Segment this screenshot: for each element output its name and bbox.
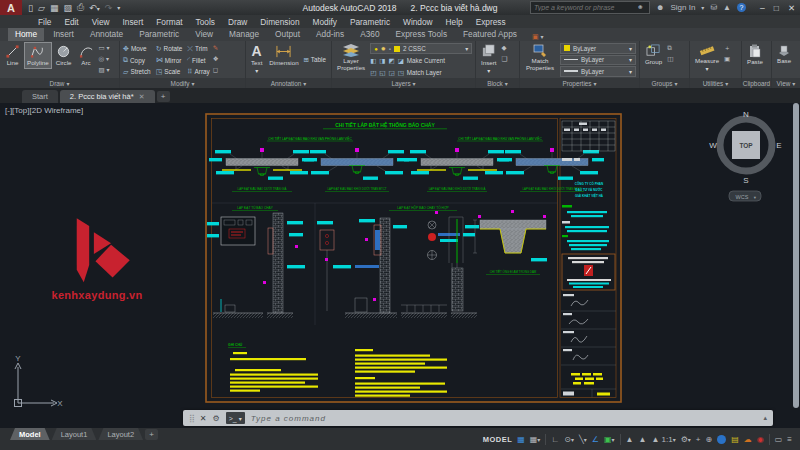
block-define-icon[interactable]: ❑ xyxy=(501,54,507,64)
ribbon-tab-parametric[interactable]: Parametric xyxy=(132,28,186,41)
circle-button[interactable]: Circle xyxy=(54,43,74,68)
graphics-performance-icon[interactable] xyxy=(717,435,726,444)
command-line[interactable]: ⣿ ✕ ⚙ >_ ▾ Type a command ▴ xyxy=(183,410,773,426)
viewport-controls[interactable]: [-][Top][2D Wireframe] xyxy=(5,106,83,115)
layout2-tab[interactable]: Layout2 xyxy=(98,428,143,440)
annotation-scale-icon[interactable]: ▲ 1:1▾ xyxy=(651,435,675,444)
ribbon-tab-insert[interactable]: Insert xyxy=(46,28,81,41)
menu-help[interactable]: Help xyxy=(446,17,463,27)
panel-block-footer[interactable]: Block▾ xyxy=(476,78,519,88)
save-icon[interactable]: ▦ xyxy=(50,3,59,13)
panel-modify-footer[interactable]: Modify▾ xyxy=(120,78,245,88)
layer-tool-icon-8[interactable]: ◳ xyxy=(398,69,404,77)
ribbon-tab-manage[interactable]: Manage xyxy=(222,28,266,41)
viewcube-east[interactable]: E xyxy=(776,141,781,150)
ellipse-tool-icon[interactable]: ◎ ▾ xyxy=(99,54,110,64)
menu-view[interactable]: View xyxy=(92,17,110,27)
menu-tools[interactable]: Tools xyxy=(196,17,215,27)
app-store-cart-icon[interactable]: ⛁ xyxy=(710,3,717,12)
id-point-icon[interactable]: ▣ xyxy=(724,54,731,64)
layer-tool-icon-6[interactable]: ◱ xyxy=(379,69,385,77)
rectangle-tool-icon[interactable]: ▭ ▾ xyxy=(99,43,110,53)
autoscale-icon[interactable]: ▲ xyxy=(638,435,646,444)
autodesk-360-icon[interactable]: ☁ xyxy=(744,435,752,444)
annotation-visibility-icon[interactable]: ▲ xyxy=(626,435,634,444)
ribbon-tab-home[interactable]: Home xyxy=(8,28,44,41)
scale-button[interactable]: ◳Scale xyxy=(156,68,183,76)
base-button[interactable]: Base xyxy=(775,43,793,66)
new-file-icon[interactable]: ▯ xyxy=(28,3,33,13)
clean-screen-icon[interactable]: ▭ xyxy=(775,435,783,444)
erase-icon[interactable]: ✎ xyxy=(213,43,219,53)
group-button[interactable]: Group xyxy=(643,43,664,67)
copy-button[interactable]: ⧉Copy xyxy=(123,56,151,64)
open-file-icon[interactable]: ▱ xyxy=(38,3,45,13)
new-layout-button[interactable]: + xyxy=(145,429,158,440)
menu-insert[interactable]: Insert xyxy=(123,17,144,27)
ribbon-tab-addins[interactable]: Add-ins xyxy=(309,28,351,41)
menu-file[interactable]: File xyxy=(38,17,51,27)
menu-dimension[interactable]: Dimension xyxy=(260,17,299,27)
trim-button[interactable]: ⤫Trim xyxy=(187,45,209,53)
group-edit-icon[interactable]: ◫ xyxy=(667,54,673,64)
layer-tool-icon-4[interactable]: ◪ xyxy=(398,57,404,65)
command-line-customize-icon[interactable]: ⚙ xyxy=(213,414,220,423)
block-edit-icon[interactable]: ◆ xyxy=(501,43,507,53)
panel-draw-footer[interactable]: Draw▾ xyxy=(0,78,119,88)
object-snap-icon[interactable]: ▣▾ xyxy=(604,435,615,444)
layer-tool-icon-1[interactable]: ◧ xyxy=(370,57,376,65)
close-button[interactable]: ✕ xyxy=(788,3,795,13)
vertical-scrollbar[interactable] xyxy=(793,103,799,408)
menu-parametric[interactable]: Parametric xyxy=(350,17,390,27)
sign-in-button[interactable]: Sign In xyxy=(670,3,695,12)
ungroup-icon[interactable]: ⧉ xyxy=(667,43,673,53)
ribbon-tab-output[interactable]: Output xyxy=(268,28,307,41)
make-current-button[interactable]: Make Current xyxy=(407,57,445,64)
autocad-logo-icon[interactable]: A xyxy=(0,0,22,15)
grid-display-icon[interactable]: ▦ xyxy=(517,435,525,444)
quick-select-icon[interactable]: ＋ xyxy=(724,43,731,53)
viewcube[interactable]: N W E S TOP WCS ▾ xyxy=(706,105,786,205)
new-tab-button[interactable]: + xyxy=(157,91,170,102)
polyline-button[interactable]: Polyline xyxy=(25,43,51,68)
redo-icon[interactable]: ↷ xyxy=(105,3,113,13)
dimension-button[interactable]: Dimension xyxy=(267,43,300,68)
ribbon-tab-express[interactable]: Express Tools xyxy=(389,28,455,41)
line-button[interactable]: Line xyxy=(3,43,22,68)
ribbon-tab-annotate[interactable]: Annotate xyxy=(83,28,130,41)
object-snap-tracking-icon[interactable]: ∠ xyxy=(592,435,599,444)
ribbon-tab-view[interactable]: View xyxy=(188,28,220,41)
measure-button[interactable]: Measure▾ xyxy=(693,43,721,73)
command-line-grip[interactable]: ⣿ xyxy=(189,414,194,423)
text-button[interactable]: A Text▾ xyxy=(249,43,264,75)
layer-tool-icon-5[interactable]: ◰ xyxy=(370,69,376,77)
file-tab-close-icon[interactable]: ✕ xyxy=(139,93,145,101)
viewcube-west[interactable]: W xyxy=(709,141,717,150)
rotate-button[interactable]: ↻Rotate xyxy=(156,45,183,53)
move-button[interactable]: ✥Move xyxy=(123,45,151,53)
exchange-apps-icon[interactable]: ▲ xyxy=(723,3,731,12)
help-icon[interactable]: ? xyxy=(737,3,746,12)
insert-button[interactable]: Insert▾ xyxy=(479,43,498,75)
layer-tool-icon-2[interactable]: ◨ xyxy=(379,57,385,65)
array-button[interactable]: ⠿Array xyxy=(187,68,209,76)
undo-icon[interactable]: ↶▾ xyxy=(89,3,100,13)
ribbon-options-icon[interactable]: ▣ ▾ xyxy=(532,33,544,41)
polar-tracking-icon[interactable]: ⊙▾ xyxy=(564,435,574,444)
panel-view-footer[interactable]: View▾ xyxy=(772,78,800,88)
menu-edit[interactable]: Edit xyxy=(64,17,78,27)
customization-menu-icon[interactable]: ≡ xyxy=(787,435,792,444)
command-history-arrow-icon[interactable]: ▴ xyxy=(763,414,767,422)
match-layer-button[interactable]: Match Layer xyxy=(407,69,442,76)
search-binoculars-icon[interactable]: ⚭ xyxy=(637,3,644,12)
panel-clipboard-footer[interactable]: Clipboard xyxy=(742,78,771,88)
layer-tool-icon-7[interactable]: ◲ xyxy=(389,69,395,77)
annotation-monitor-icon[interactable]: + xyxy=(696,435,701,444)
lineweight-dropdown[interactable]: ByLayer▾ xyxy=(560,66,636,77)
panel-layers-footer[interactable]: Layers▾ xyxy=(332,78,475,88)
fillet-button[interactable]: ◜Fillet xyxy=(187,56,209,64)
workspace-switching-icon[interactable]: ⚙▾ xyxy=(681,435,691,444)
table-button[interactable]: ⊞ Table xyxy=(304,55,326,65)
panel-groups-footer[interactable]: Groups▾ xyxy=(640,78,689,88)
ribbon-tab-a360[interactable]: A360 xyxy=(353,28,386,41)
